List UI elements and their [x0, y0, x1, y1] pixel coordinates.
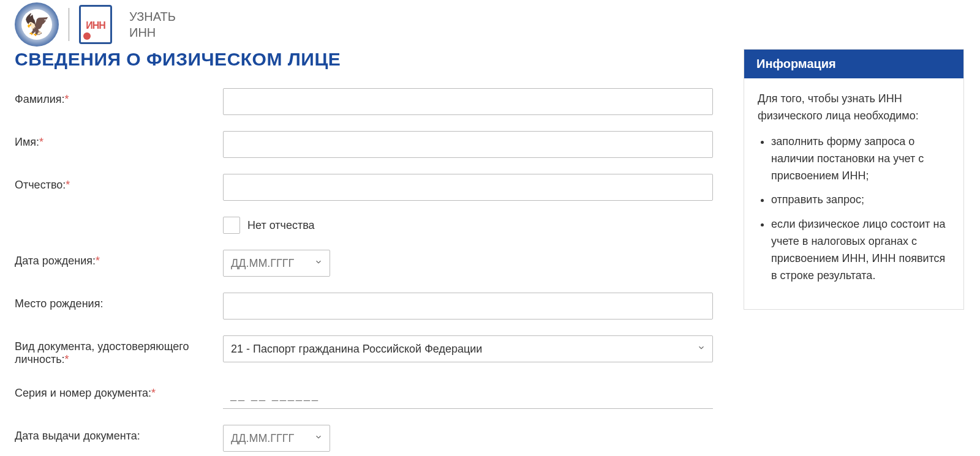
- name-input[interactable]: [223, 131, 713, 158]
- sidebar-item: если физическое лицо состоит на учете в …: [771, 216, 950, 285]
- surname-label: Фамилия:*: [15, 88, 223, 106]
- required-marker: *: [151, 387, 156, 399]
- required-marker: *: [64, 93, 69, 105]
- birthplace-label: Место рождения:: [15, 293, 223, 310]
- doc-type-label: Вид документа, удостоверяющего личность:…: [15, 335, 223, 366]
- header-title-line2: ИНН: [129, 24, 176, 40]
- birthdate-input[interactable]: [223, 250, 330, 277]
- sidebar-title: Информация: [744, 50, 963, 78]
- doc-type-select[interactable]: 21 - Паспорт гражданина Российской Федер…: [223, 335, 713, 362]
- birthplace-input[interactable]: [223, 293, 713, 320]
- doc-type-value: 21 - Паспорт гражданина Российской Федер…: [231, 343, 482, 356]
- header-divider: [69, 8, 69, 41]
- required-marker: *: [65, 353, 69, 365]
- doc-issue-date-input[interactable]: [223, 425, 330, 452]
- sidebar-item: отправить запрос;: [771, 192, 950, 209]
- section-title: СВЕДЕНИЯ О ФИЗИЧЕСКОМ ЛИЦЕ: [15, 49, 725, 70]
- no-patronymic-checkbox[interactable]: [223, 217, 240, 234]
- sidebar-intro: Для того, чтобы узнать ИНН физического л…: [758, 91, 950, 125]
- patronymic-input[interactable]: [223, 174, 713, 201]
- doc-issue-date-label: Дата выдачи документа:: [15, 425, 223, 443]
- doc-series-label: Серия и номер документа:*: [15, 382, 223, 400]
- no-patronymic-label: Нет отчества: [247, 219, 315, 232]
- header-title-line1: УЗНАТЬ: [129, 9, 176, 24]
- name-label: Имя:*: [15, 131, 223, 149]
- doc-series-input[interactable]: [223, 382, 713, 409]
- sidebar-item: заполнить форму запроса о наличии постан…: [771, 133, 950, 185]
- info-sidebar: Информация Для того, чтобы узнать ИНН фи…: [744, 49, 964, 310]
- sidebar-list: заполнить форму запроса о наличии постан…: [758, 133, 950, 285]
- form-area: СВЕДЕНИЯ О ФИЗИЧЕСКОМ ЛИЦЕ Фамилия:* Имя…: [15, 49, 725, 452]
- required-marker: *: [96, 255, 100, 267]
- patronymic-label: Отчество:*: [15, 174, 223, 192]
- page-header: 🦅 ИНН УЗНАТЬ ИНН: [0, 0, 980, 49]
- inn-logo-icon: ИНН: [79, 5, 112, 44]
- header-title: УЗНАТЬ ИНН: [129, 9, 176, 40]
- required-marker: *: [66, 179, 70, 191]
- birthdate-label: Дата рождения:*: [15, 250, 223, 267]
- inn-badge-text: ИНН: [86, 20, 105, 31]
- required-marker: *: [39, 136, 43, 148]
- surname-input[interactable]: [223, 88, 713, 115]
- fns-emblem-icon: 🦅: [15, 2, 59, 47]
